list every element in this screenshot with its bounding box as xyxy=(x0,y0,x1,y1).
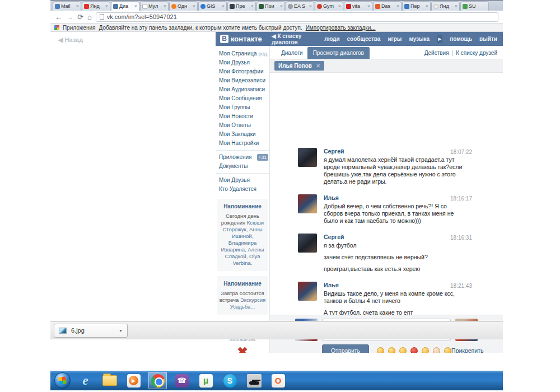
dialog-person-chip[interactable]: Илья Попов ✕ xyxy=(274,61,324,71)
nav-people[interactable]: люди xyxy=(324,36,339,42)
nav-more-button[interactable]: ▶ xyxy=(437,35,442,43)
sidebar-item-who-leaves[interactable]: Кто Удаляется xyxy=(216,185,269,194)
tab-yandex[interactable]: Янд× xyxy=(82,1,110,11)
tab-mail[interactable]: Mail× xyxy=(53,1,81,11)
tab-dialogs-active[interactable]: Диа× xyxy=(111,1,139,11)
actions-link[interactable]: Действия xyxy=(424,50,449,56)
tab-close-icon[interactable]: × xyxy=(76,3,79,9)
sidebar-item-friends[interactable]: Мои Друзья xyxy=(216,58,269,67)
taskbar-media-player[interactable]: ▶ xyxy=(124,372,143,389)
tab-pre[interactable]: Пре× xyxy=(227,1,256,11)
tab-odnoklassniki[interactable]: Одн× xyxy=(169,1,198,11)
tab-poi[interactable]: Пои× xyxy=(256,1,285,11)
tab-close-icon[interactable]: × xyxy=(222,3,225,9)
sidebar-item-bookmarks[interactable]: Мои Закладки xyxy=(216,130,269,139)
apps-label[interactable]: Приложения xyxy=(63,25,96,31)
nav-communities[interactable]: сообщества xyxy=(347,36,381,42)
sidebar-item-my-page[interactable]: ред.Моя Страница xyxy=(216,49,269,58)
bookmarks-hint: Добавляйте на эту панель закладки, к кот… xyxy=(99,25,302,31)
nav-music[interactable]: музыка xyxy=(409,36,430,42)
internet-explorer-icon: e xyxy=(82,373,88,388)
start-button[interactable] xyxy=(54,372,71,389)
to-friends-list-link[interactable]: К списку друзей xyxy=(456,50,497,56)
back-button[interactable]: ← xyxy=(55,13,62,21)
sidebar-item-replies[interactable]: Мои Ответы xyxy=(216,121,269,130)
reminder-names-links[interactable]: Ксюши Сторожук, Анны Ишиной, Владимира И… xyxy=(221,220,264,266)
sidebar-item-groups[interactable]: Мои Группы xyxy=(216,103,269,112)
taskbar-viber[interactable]: ☎ xyxy=(172,372,191,389)
tab-yandex-2[interactable]: Янд× xyxy=(431,1,460,11)
to-dialogs-link[interactable]: ◀ К списку диалогов xyxy=(272,33,310,45)
avatar[interactable] xyxy=(298,234,317,253)
taskbar-skype[interactable]: S xyxy=(221,372,239,389)
tab-gis[interactable]: GIS× xyxy=(198,1,227,11)
sidebar-item-settings[interactable]: Мои Настройки xyxy=(216,139,269,148)
taskbar-world-of-tanks[interactable] xyxy=(245,372,263,389)
tab-close-icon[interactable]: × xyxy=(309,3,312,9)
edit-link[interactable]: ред. xyxy=(258,50,268,57)
tab-close-icon[interactable]: × xyxy=(367,3,370,9)
tab-close-icon[interactable]: × xyxy=(105,3,108,9)
sidebar-item-audio[interactable]: Мои Аудиозаписи xyxy=(216,85,269,94)
reload-button[interactable]: ⟳ xyxy=(77,13,83,21)
tab-label: Пре xyxy=(236,3,250,9)
taskbar-utorrent[interactable]: µ xyxy=(197,372,215,389)
tab-close-icon[interactable]: × xyxy=(164,3,166,9)
tab-close-icon[interactable]: × xyxy=(338,3,341,9)
message-author-link[interactable]: Илья xyxy=(324,282,465,288)
tab-close-icon[interactable]: × xyxy=(251,3,254,9)
sidebar-item-videos[interactable]: Мои Видеозаписи xyxy=(216,76,269,85)
avatar[interactable] xyxy=(298,148,317,167)
tab-das[interactable]: Das× xyxy=(373,1,402,11)
taskbar-windows-explorer[interactable] xyxy=(100,372,119,389)
download-item[interactable]: 6.jpg ▼ xyxy=(54,324,128,338)
taskbar-origin[interactable]: O xyxy=(269,372,287,389)
message-author-link[interactable]: Илья xyxy=(324,194,465,201)
sidebar-item-news[interactable]: Мои Новости xyxy=(216,112,269,121)
tab-close-icon[interactable]: × xyxy=(396,3,399,9)
address-bar[interactable]: vk.com/im?sel=50947021 xyxy=(96,12,498,22)
taskbar-chrome-active[interactable] xyxy=(148,372,167,389)
nav-logout[interactable]: выйти xyxy=(479,36,497,42)
sidebar-item-photos[interactable]: Мои Фотографии xyxy=(216,67,269,76)
tab-close-icon[interactable]: × xyxy=(280,3,283,9)
tab-per[interactable]: Пер× xyxy=(402,1,431,11)
import-bookmarks-link[interactable]: Импортировать закладки... xyxy=(306,25,376,31)
avatar[interactable] xyxy=(298,282,317,301)
tab-close-icon[interactable]: × xyxy=(426,3,428,9)
taskbar-internet-explorer[interactable]: e xyxy=(76,372,95,389)
sidebar-item-my-friends[interactable]: Мои Друзья xyxy=(216,176,269,185)
tab-youtube[interactable]: vita× xyxy=(344,1,372,11)
tab-view-dialogs-active[interactable]: Просмотр диалогов xyxy=(307,47,370,59)
forward-button[interactable]: → xyxy=(66,13,73,21)
tab-gym[interactable]: Gym× xyxy=(315,1,343,11)
tab-mul[interactable]: Мул× xyxy=(140,1,169,11)
tab-close-icon[interactable]: × xyxy=(455,3,458,9)
tab-label: SU xyxy=(469,3,487,9)
tab-su[interactable]: SU xyxy=(460,1,489,11)
page-back-link[interactable]: ◀ Назад xyxy=(58,36,83,44)
tab-close-icon[interactable]: × xyxy=(193,3,195,9)
tab-label: Пер xyxy=(410,3,424,9)
back-arrow-icon: ◀ xyxy=(58,36,63,43)
message-author-link[interactable]: Сергей xyxy=(324,234,465,240)
tab-close-icon[interactable]: × xyxy=(134,3,137,9)
sidebar-item-documents[interactable]: Документы xyxy=(216,162,269,171)
avatar[interactable] xyxy=(298,194,317,213)
message-history[interactable]: Сергей я думал малолетка хернёй такой ст… xyxy=(270,73,503,315)
tab-dialogs[interactable]: Диалоги xyxy=(277,48,307,59)
message-text: проиграл,выставь как есть.я херею xyxy=(324,265,465,273)
vk-logo[interactable]: В контакте xyxy=(216,35,269,43)
message-author-link[interactable]: Сергей xyxy=(324,148,465,155)
chip-close-icon[interactable]: ✕ xyxy=(316,63,320,69)
nav-games[interactable]: игры xyxy=(388,36,402,42)
apps-grid-icon[interactable] xyxy=(54,25,59,30)
apps-count-badge: +31 xyxy=(257,154,268,161)
tab-ea[interactable]: EA S× xyxy=(286,1,314,11)
sidebar-item-messages[interactable]: Мои Сообщения xyxy=(216,94,269,103)
sidebar-item-apps[interactable]: +31Приложения xyxy=(216,153,269,162)
tab-label: Янд xyxy=(440,3,454,9)
nav-help[interactable]: помощь xyxy=(450,36,472,42)
home-button[interactable]: ⌂ xyxy=(87,13,92,21)
download-caret-icon[interactable]: ▼ xyxy=(119,329,123,333)
